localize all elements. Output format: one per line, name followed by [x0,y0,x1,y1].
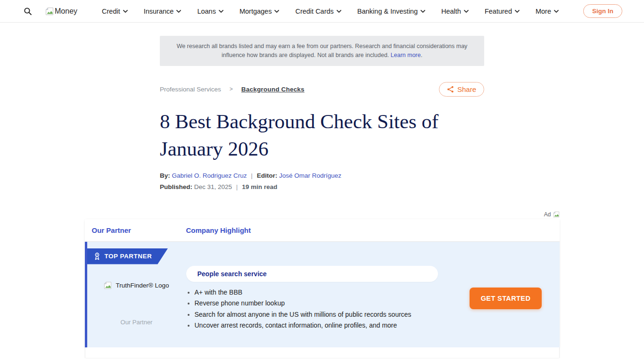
breadcrumb-separator: > [230,86,233,92]
highlight-bullet-list: A+ with the BBB Reverse phone number loo… [195,288,438,329]
chevron-down-icon [274,10,279,13]
editor-label: Editor: [257,172,278,179]
nav-item-loans[interactable]: Loans [197,8,223,15]
byline-separator: | [251,172,253,179]
medal-ribbon-icon [94,252,100,261]
chevron-down-icon [554,10,559,13]
highlight-bullet: A+ with the BBB [195,288,438,296]
service-category-pill: People search service [186,266,438,282]
by-label: By: [160,172,170,179]
company-highlight-column: People search service A+ with the BBB Re… [186,266,452,335]
nav-item-mortgages[interactable]: Mortgages [239,8,280,15]
partner-logo-column: TruthFinder® Logo Our Partner [87,266,186,335]
partner-comparison-card: Our Partner Company Highlight TOP PARTNE… [85,219,560,347]
highlight-bullet: Uncover arrest records, contact informat… [195,321,438,329]
partner-card-header: Our Partner Company Highlight [85,219,560,242]
search-button[interactable] [24,7,32,16]
published-row: Published: Dec 31, 2025 | 19 min read [160,183,484,190]
share-label: Share [457,85,476,93]
money-logo[interactable]: Money [45,7,77,16]
chevron-down-icon [123,10,128,13]
get-started-button[interactable]: GET STARTED [470,288,542,309]
logo-text: Money [55,7,77,16]
nav-item-health[interactable]: Health [441,8,469,15]
company-highlight-column-header: Company Highlight [186,226,251,234]
nav-item-more[interactable]: More [536,8,559,15]
page-title: 8 Best Background Check Sites of January… [160,108,484,163]
chevron-down-icon [515,10,520,13]
breadcrumb-row: Professional Services > Background Check… [160,82,484,97]
breadcrumb-professional-services[interactable]: Professional Services [160,86,221,93]
advertiser-disclaimer: We research all brands listed and may ea… [160,36,484,66]
next-partner-row-partial [85,347,560,358]
ad-label-row: Ad [85,211,560,219]
read-time: 19 min read [242,183,277,190]
highlight-bullet: Reverse phone number lookup [195,299,438,307]
published-date: Dec 31, 2025 [194,183,232,190]
disclaimer-period: . [421,52,422,58]
published-label: Published: [160,183,192,190]
top-navigation-bar: Money Credit Insurance Loans Mortgages C… [0,0,644,23]
nav-item-banking-investing[interactable]: Banking & Investing [357,8,425,15]
top-partner-badge: TOP PARTNER [87,248,168,264]
highlight-bullet: Search for almost anyone in the US with … [195,311,438,318]
main-menu: Credit Insurance Loans Mortgages Credit … [77,8,583,15]
published-separator: | [236,183,238,190]
breadcrumb: Professional Services > Background Check… [160,86,305,93]
sign-in-button[interactable]: Sign In [583,4,622,18]
broken-image-icon [45,7,54,16]
chevron-down-icon [421,10,425,13]
nav-item-insurance[interactable]: Insurance [144,8,182,15]
author-link[interactable]: Gabriel O. Rodriguez Cruz [172,172,247,179]
nav-item-featured[interactable]: Featured [485,8,520,15]
share-button[interactable]: Share [439,82,484,97]
our-partner-column-header: Our Partner [85,226,186,234]
breadcrumb-background-checks[interactable]: Background Checks [241,86,305,93]
editor-link[interactable]: José Omar Rodríguez [279,172,341,179]
nav-item-credit-cards[interactable]: Credit Cards [295,8,341,15]
byline: By: Gabriel O. Rodriguez Cruz | Editor: … [160,172,484,179]
chevron-down-icon [219,10,223,13]
broken-image-icon [104,281,112,289]
nav-item-credit[interactable]: Credit [102,8,128,15]
partner-card-body: TOP PARTNER TruthFinder® Logo Our Partne… [85,242,560,347]
search-icon [24,7,32,16]
cta-column: GET STARTED [452,266,560,335]
broken-image-icon [553,211,560,218]
chevron-down-icon [464,10,469,13]
truthfinder-logo-alt-text: TruthFinder® Logo [116,282,169,289]
our-partner-caption: Our Partner [121,319,153,326]
ad-label: Ad [544,211,551,218]
learn-more-link[interactable]: Learn more [391,52,421,58]
chevron-down-icon [176,10,181,13]
top-partner-label: TOP PARTNER [105,253,152,260]
truthfinder-logo[interactable]: TruthFinder® Logo [104,281,169,289]
share-icon [447,86,454,93]
disclaimer-text: We research all brands listed and may ea… [177,43,468,58]
chevron-down-icon [337,10,341,13]
